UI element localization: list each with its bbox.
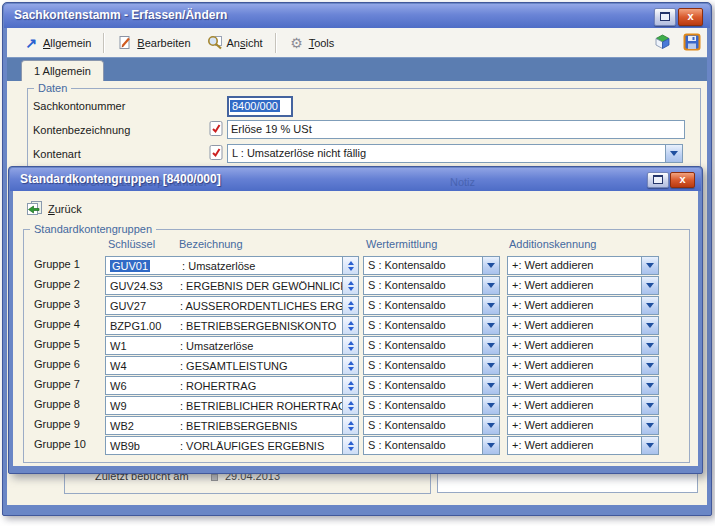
wertermittlung-select[interactable]: S : Kontensaldo [363,356,500,375]
spinner-up-icon[interactable] [348,401,354,405]
dropdown-arrow-icon[interactable] [482,357,499,374]
schluessel-field[interactable]: W4: GESAMTLEISTUNG [105,356,345,375]
schluessel-field[interactable]: W1: Umsatzerlöse [105,336,345,355]
menu-item-ansicht[interactable]: Ansicht [199,32,271,54]
dropdown-arrow-icon[interactable] [641,377,658,394]
sachkontonummer-input[interactable]: 8400/000 [227,96,293,117]
wertermittlung-select[interactable]: S : Kontensaldo [363,376,500,395]
dropdown-arrow-icon[interactable] [482,337,499,354]
dropdown-arrow-icon[interactable] [482,397,499,414]
back-button[interactable]: Zurück [21,198,86,220]
save-icon[interactable] [683,33,701,53]
schluessel-value[interactable]: GUV27 [110,300,180,312]
schluessel-value[interactable]: W4 [110,360,180,372]
menu-item-tools[interactable]: ⚙ Tools [281,32,343,54]
additionskennung-select[interactable]: +: Wert addieren [507,316,659,335]
spinner-up-icon[interactable] [348,421,354,425]
schluessel-spinner[interactable] [342,436,359,455]
schluessel-value[interactable]: W9 [110,400,180,412]
dialog-restore-button[interactable] [647,172,669,188]
wertermittlung-select[interactable]: S : Kontensaldo [363,316,500,335]
schluessel-value[interactable]: GUV24.S3 [110,280,180,292]
additionskennung-select[interactable]: +: Wert addieren [507,296,659,315]
schluessel-spinner[interactable] [342,376,359,395]
dropdown-arrow-icon[interactable] [641,437,658,454]
dropdown-arrow-icon[interactable] [641,317,658,334]
spinner-down-icon[interactable] [348,287,354,291]
additionskennung-select[interactable]: +: Wert addieren [507,336,659,355]
schluessel-field[interactable]: GUV27: AUSSERORDENTLICHES ERGEBNIS [105,296,345,315]
schluessel-spinner[interactable] [342,336,359,355]
dropdown-arrow-icon[interactable] [482,377,499,394]
dropdown-arrow-icon[interactable] [641,277,658,294]
dropdown-arrow-icon[interactable] [482,257,499,274]
wertermittlung-select[interactable]: S : Kontensaldo [363,396,500,415]
cube-icon[interactable] [654,33,671,52]
additionskennung-select[interactable]: +: Wert addieren [507,376,659,395]
spinner-down-icon[interactable] [348,367,354,371]
additionskennung-select[interactable]: +: Wert addieren [507,436,659,455]
additionskennung-select[interactable]: +: Wert addieren [507,276,659,295]
dropdown-arrow-icon[interactable] [641,397,658,414]
schluessel-value[interactable]: WB2 [110,420,180,432]
tab-allgemein[interactable]: 1 Allgemein [21,60,104,82]
schluessel-spinner[interactable] [342,356,359,375]
dialog-close-button[interactable]: x [670,172,695,188]
spinner-down-icon[interactable] [348,267,354,271]
dropdown-arrow-icon[interactable] [665,145,682,162]
dropdown-arrow-icon[interactable] [641,257,658,274]
schluessel-value[interactable]: BZPG1.00 [110,320,180,332]
wertermittlung-select[interactable]: S : Kontensaldo [363,296,500,315]
close-button[interactable]: x [678,8,703,26]
main-title-bar[interactable]: Sachkontenstamm - Erfassen/Ändern x [4,4,710,28]
schluessel-spinner[interactable] [342,416,359,435]
wertermittlung-select[interactable]: S : Kontensaldo [363,276,500,295]
schluessel-value[interactable]: WB9b [110,440,180,452]
spinner-down-icon[interactable] [348,327,354,331]
dropdown-arrow-icon[interactable] [482,297,499,314]
schluessel-value[interactable]: W1 [110,340,180,352]
menu-item-allgemein[interactable]: ↗ Allgemein [15,32,99,54]
wertermittlung-select[interactable]: S : Kontensaldo [363,336,500,355]
spinner-down-icon[interactable] [348,347,354,351]
spinner-up-icon[interactable] [348,361,354,365]
kontenbezeichnung-input[interactable]: Erlöse 19 % USt [227,120,685,139]
additionskennung-select[interactable]: +: Wert addieren [507,396,659,415]
dropdown-arrow-icon[interactable] [641,297,658,314]
schluessel-field[interactable]: WB9b: VORLÄUFIGES ERGEBNIS [105,436,345,455]
schluessel-spinner[interactable] [342,276,359,295]
spinner-down-icon[interactable] [348,387,354,391]
dialog-title-bar[interactable]: Info/Umsatzsteuerparameter Notiz Standar… [10,168,701,191]
spinner-down-icon[interactable] [348,307,354,311]
schluessel-field[interactable]: GUV01: Umsatzerlöse [105,256,345,275]
schluessel-field[interactable]: WB2: BETRIEBSERGEBNIS [105,416,345,435]
spinner-down-icon[interactable] [348,407,354,411]
schluessel-field[interactable]: W6: ROHERTRAG [105,376,345,395]
schluessel-value[interactable]: W6 [110,380,180,392]
schluessel-spinner[interactable] [342,296,359,315]
additionskennung-select[interactable]: +: Wert addieren [507,356,659,375]
spinner-down-icon[interactable] [348,427,354,431]
schluessel-spinner[interactable] [342,396,359,415]
wertermittlung-select[interactable]: S : Kontensaldo [363,256,500,275]
spinner-up-icon[interactable] [348,261,354,265]
dropdown-arrow-icon[interactable] [482,277,499,294]
spinner-down-icon[interactable] [348,447,354,451]
spinner-up-icon[interactable] [348,441,354,445]
menu-item-bearbeiten[interactable]: Bearbeiten [109,32,198,54]
dropdown-arrow-icon[interactable] [641,337,658,354]
spinner-up-icon[interactable] [348,281,354,285]
additionskennung-select[interactable]: +: Wert addieren [507,256,659,275]
spinner-up-icon[interactable] [348,321,354,325]
kontenart-select[interactable]: L : Umsatzerlöse nicht fällig [227,144,683,163]
restore-button[interactable] [654,8,676,26]
wertermittlung-select[interactable]: S : Kontensaldo [363,436,500,455]
spinner-up-icon[interactable] [348,341,354,345]
schluessel-spinner[interactable] [342,316,359,335]
schluessel-field[interactable]: GUV24.S3: ERGEBNIS DER GEWÖHNLICHEN GES [105,276,345,295]
additionskennung-select[interactable]: +: Wert addieren [507,416,659,435]
schluessel-spinner[interactable] [342,256,359,275]
dropdown-arrow-icon[interactable] [641,417,658,434]
dropdown-arrow-icon[interactable] [482,417,499,434]
wertermittlung-select[interactable]: S : Kontensaldo [363,416,500,435]
